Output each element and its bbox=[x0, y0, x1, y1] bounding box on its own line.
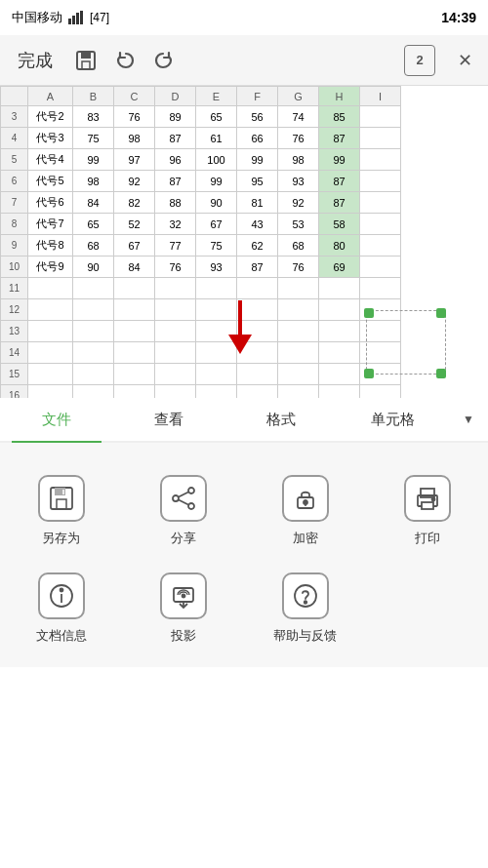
cell-r7-c3[interactable]: 88 bbox=[155, 192, 196, 214]
cell-r3-c8[interactable] bbox=[360, 106, 401, 128]
cell-r10-c2[interactable]: 84 bbox=[114, 256, 155, 278]
cell-r15-c0[interactable] bbox=[28, 364, 73, 385]
cell-r5-c1[interactable]: 99 bbox=[73, 149, 114, 171]
cell-r6-c8[interactable] bbox=[360, 171, 401, 192]
cell-r6-c5[interactable]: 95 bbox=[237, 171, 278, 192]
cell-r5-c4[interactable]: 100 bbox=[196, 149, 237, 171]
tab-more-button[interactable]: ▼ bbox=[449, 398, 488, 441]
cell-r4-c2[interactable]: 98 bbox=[114, 128, 155, 149]
cell-r8-c7[interactable]: 58 bbox=[319, 214, 360, 235]
col-header-g[interactable]: G bbox=[278, 87, 319, 106]
cell-r4-c0[interactable]: 代号3 bbox=[28, 128, 73, 149]
cell-r5-c8[interactable] bbox=[360, 149, 401, 171]
cell-r7-c4[interactable]: 90 bbox=[196, 192, 237, 214]
col-header-d[interactable]: D bbox=[155, 87, 196, 106]
cell-r11-c1[interactable] bbox=[73, 278, 114, 299]
cell-r9-c1[interactable]: 68 bbox=[73, 235, 114, 256]
cell-r9-c4[interactable]: 75 bbox=[196, 235, 237, 256]
cell-r12-c6[interactable] bbox=[278, 299, 319, 321]
tab-view[interactable]: 查看 bbox=[112, 398, 224, 441]
menu-help[interactable]: 帮助与反馈 bbox=[244, 560, 366, 657]
cell-r9-c5[interactable]: 62 bbox=[237, 235, 278, 256]
handle-tr[interactable] bbox=[436, 308, 446, 318]
cell-r13-c0[interactable] bbox=[28, 321, 73, 342]
cell-r4-c5[interactable]: 66 bbox=[237, 128, 278, 149]
cell-r4-c4[interactable]: 61 bbox=[196, 128, 237, 149]
cell-r16-c1[interactable] bbox=[73, 385, 114, 399]
cell-r7-c6[interactable]: 92 bbox=[278, 192, 319, 214]
cell-r6-c2[interactable]: 92 bbox=[114, 171, 155, 192]
cell-r13-c3[interactable] bbox=[155, 321, 196, 342]
cell-r16-c4[interactable] bbox=[196, 385, 237, 399]
cell-r7-c8[interactable] bbox=[360, 192, 401, 214]
cell-r12-c0[interactable] bbox=[28, 299, 73, 321]
cell-r16-c5[interactable] bbox=[237, 385, 278, 399]
cell-r13-c4[interactable] bbox=[196, 321, 237, 342]
cell-r10-c1[interactable]: 90 bbox=[73, 256, 114, 278]
tab-format[interactable]: 格式 bbox=[224, 398, 337, 441]
cell-r5-c0[interactable]: 代号4 bbox=[28, 149, 73, 171]
cell-r3-c1[interactable]: 83 bbox=[73, 106, 114, 128]
menu-print[interactable]: 打印 bbox=[366, 462, 488, 560]
col-header-b[interactable]: B bbox=[73, 87, 114, 106]
cell-r8-c2[interactable]: 52 bbox=[114, 214, 155, 235]
close-button[interactable]: ✕ bbox=[451, 47, 478, 74]
cell-r3-c6[interactable]: 74 bbox=[278, 106, 319, 128]
cell-r10-c7[interactable]: 69 bbox=[319, 256, 360, 278]
cell-r13-c8[interactable] bbox=[360, 321, 401, 342]
tab-file[interactable]: 文件 bbox=[0, 398, 112, 441]
cell-r12-c4[interactable] bbox=[196, 299, 237, 321]
cell-r7-c5[interactable]: 81 bbox=[237, 192, 278, 214]
cell-r3-c3[interactable]: 89 bbox=[155, 106, 196, 128]
menu-encrypt[interactable]: 加密 bbox=[244, 462, 366, 560]
cell-r6-c7[interactable]: 87 bbox=[319, 171, 360, 192]
cell-r6-c0[interactable]: 代号5 bbox=[28, 171, 73, 192]
cell-r9-c3[interactable]: 77 bbox=[155, 235, 196, 256]
cell-r11-c4[interactable] bbox=[196, 278, 237, 299]
cell-r11-c0[interactable] bbox=[28, 278, 73, 299]
cell-r13-c7[interactable] bbox=[319, 321, 360, 342]
col-header-a[interactable]: A bbox=[28, 87, 73, 106]
cell-r12-c7[interactable] bbox=[319, 299, 360, 321]
undo-button[interactable] bbox=[111, 47, 139, 74]
cell-r4-c3[interactable]: 87 bbox=[155, 128, 196, 149]
cell-r3-c2[interactable]: 76 bbox=[114, 106, 155, 128]
cell-r13-c6[interactable] bbox=[278, 321, 319, 342]
done-button[interactable]: 完成 bbox=[10, 45, 61, 76]
cell-r10-c6[interactable]: 76 bbox=[278, 256, 319, 278]
cell-r8-c8[interactable] bbox=[360, 214, 401, 235]
cell-r14-c1[interactable] bbox=[73, 342, 114, 364]
cell-r7-c7[interactable]: 87 bbox=[319, 192, 360, 214]
tab-cell[interactable]: 单元格 bbox=[337, 398, 449, 441]
cell-r14-c8[interactable] bbox=[360, 342, 401, 364]
handle-bl[interactable] bbox=[364, 369, 374, 378]
cell-r5-c3[interactable]: 96 bbox=[155, 149, 196, 171]
cell-r15-c4[interactable] bbox=[196, 364, 237, 385]
cell-r12-c2[interactable] bbox=[114, 299, 155, 321]
cell-r15-c6[interactable] bbox=[278, 364, 319, 385]
cell-r15-c5[interactable] bbox=[237, 364, 278, 385]
cell-r8-c0[interactable]: 代号7 bbox=[28, 214, 73, 235]
cell-r14-c5[interactable] bbox=[237, 342, 278, 364]
cell-r10-c4[interactable]: 93 bbox=[196, 256, 237, 278]
cell-r16-c7[interactable] bbox=[319, 385, 360, 399]
cell-r14-c7[interactable] bbox=[319, 342, 360, 364]
cell-r3-c7[interactable]: 85 bbox=[319, 106, 360, 128]
cell-r3-c5[interactable]: 56 bbox=[237, 106, 278, 128]
cell-r9-c6[interactable]: 68 bbox=[278, 235, 319, 256]
cell-r10-c0[interactable]: 代号9 bbox=[28, 256, 73, 278]
cell-r4-c8[interactable] bbox=[360, 128, 401, 149]
cell-r15-c2[interactable] bbox=[114, 364, 155, 385]
col-header-i[interactable]: I bbox=[360, 87, 401, 106]
menu-cast[interactable]: 投影 bbox=[122, 560, 244, 657]
cell-r7-c1[interactable]: 84 bbox=[73, 192, 114, 214]
cell-r10-c3[interactable]: 76 bbox=[155, 256, 196, 278]
cell-r13-c1[interactable] bbox=[73, 321, 114, 342]
col-header-e[interactable]: E bbox=[196, 87, 237, 106]
cell-r4-c6[interactable]: 76 bbox=[278, 128, 319, 149]
cell-r5-c7[interactable]: 99 bbox=[319, 149, 360, 171]
cell-r3-c0[interactable]: 代号2 bbox=[28, 106, 73, 128]
menu-share[interactable]: 分享 bbox=[122, 462, 244, 560]
cell-r10-c8[interactable] bbox=[360, 256, 401, 278]
cell-r5-c5[interactable]: 99 bbox=[237, 149, 278, 171]
